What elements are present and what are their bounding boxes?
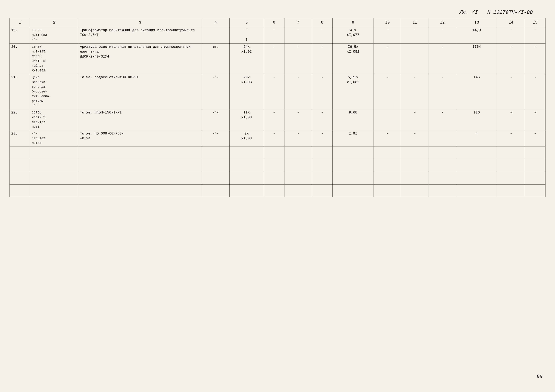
row-unit: -"-: [202, 109, 229, 130]
row-col7: -: [284, 27, 312, 43]
row-col13: 4: [456, 130, 497, 147]
row-col12: -: [429, 43, 456, 74]
col-header-4: 4: [202, 18, 229, 27]
row-col11: [401, 43, 429, 74]
table-row: 22. ССРСЦчасть 5стр.177п.51 То же, Н4БН-…: [10, 109, 546, 130]
row-col5: 64ххI,0I: [229, 43, 264, 74]
row-num: 19.: [10, 27, 30, 43]
row-col10: -: [374, 130, 401, 147]
row-col7: -: [284, 74, 312, 109]
row-num: 20.: [10, 43, 30, 74]
row-col8: -: [312, 109, 332, 130]
row-col9: I,9I: [332, 130, 374, 147]
table-row: 19. I5-05п.II-053-"- Трансформатор пониж…: [10, 27, 546, 43]
col-header-9: 9: [332, 18, 374, 27]
row-col7: -: [284, 43, 312, 74]
row-col15: -: [525, 109, 545, 130]
table-row-empty: [10, 172, 546, 185]
row-ref: I5-05п.II-053-"-: [30, 27, 78, 43]
row-col13: I46: [456, 74, 497, 109]
row-col11: -: [401, 27, 429, 43]
col-header-12: I2: [429, 18, 456, 27]
row-col11: -: [401, 130, 429, 147]
table-row-empty: [10, 185, 546, 197]
row-unit: -"-: [202, 74, 229, 109]
row-col15: -: [525, 74, 545, 109]
row-col11: -: [401, 109, 429, 130]
row-col6: -: [264, 27, 284, 43]
col-header-13: I3: [456, 18, 497, 27]
row-description: Арматура осветительная питательная для л…: [78, 43, 202, 74]
row-col8: -: [312, 130, 332, 147]
row-unit: шт.: [202, 43, 229, 74]
row-col14: -: [497, 43, 525, 74]
row-description: То же, подвес открытый ПО-2I: [78, 74, 202, 109]
row-col6: -: [264, 43, 284, 74]
table-row: 21. ЦенаВельско-го з-даОл.осве-тит. аппа…: [10, 74, 546, 109]
row-col8: -: [312, 74, 332, 109]
page-number: 88: [537, 374, 542, 379]
sheet-label: Лл. /I: [460, 9, 478, 15]
row-col9: 4IххI,077: [332, 27, 374, 43]
row-col13: 44,0: [456, 27, 497, 43]
row-col11: -: [401, 74, 429, 109]
col-header-1: I: [10, 18, 30, 27]
row-col15: -: [525, 43, 545, 74]
row-description: То же, Н4БН-I50-I-УI: [78, 109, 202, 130]
row-col6: -: [264, 74, 284, 109]
row-col12: -: [429, 27, 456, 43]
row-unit: [202, 27, 229, 43]
col-header-3: 3: [78, 18, 202, 27]
row-col5: 2ххI,03: [229, 130, 264, 147]
row-col14: -: [497, 74, 525, 109]
row-col9: I6,5ххI,082: [332, 43, 374, 74]
row-col10: -: [374, 27, 401, 43]
row-col10: -: [374, 43, 401, 74]
row-col14: -: [497, 109, 525, 130]
row-col9: 9,68: [332, 109, 374, 130]
row-col7: -: [284, 130, 312, 147]
col-header-5: 5: [229, 18, 264, 27]
col-header-8: 8: [312, 18, 332, 27]
row-col13: IIO: [456, 109, 497, 130]
row-ref: -"-стр.I82п.I37: [30, 130, 78, 147]
header-row: I 2 3 4 5 6 7 8 9 I0 II I2 I3 I4 I5: [10, 18, 546, 27]
main-table: I 2 3 4 5 6 7 8 9 I0 II I2 I3 I4 I5: [9, 18, 546, 197]
row-col15: -: [525, 130, 545, 147]
col-header-14: I4: [497, 18, 525, 27]
row-col14: -: [497, 130, 525, 147]
row-col14: -: [497, 27, 525, 43]
row-unit: -"-: [202, 130, 229, 147]
header: Лл. /I N 10279TH-/I-88: [9, 9, 546, 15]
row-num: 23.: [10, 130, 30, 147]
page: Лл. /I N 10279TH-/I-88 I 2 3 4 5 6 7 8 9…: [0, 0, 555, 392]
row-ref: ЦенаВельско-го з-даОл.осве-тит. аппа-рат…: [30, 74, 78, 109]
row-col9: 5,7IххI,082: [332, 74, 374, 109]
row-num: 22.: [10, 109, 30, 130]
col-header-6: 6: [264, 18, 284, 27]
row-ref: ССРСЦчасть 5стр.177п.51: [30, 109, 78, 130]
row-ref: I5-07п.I-145ССРСЦчасть 5табл.4K-I,082: [30, 43, 78, 74]
row-col6: -: [264, 130, 284, 147]
table-wrapper: I 2 3 4 5 6 7 8 9 I0 II I2 I3 I4 I5: [9, 18, 546, 197]
row-col5: -"-I: [229, 27, 264, 43]
row-description: Трансформатор понижающий для питания эле…: [78, 27, 202, 43]
row-col12: -: [429, 74, 456, 109]
row-col13: II54: [456, 43, 497, 74]
col-header-7: 7: [284, 18, 312, 27]
row-col10: -: [374, 74, 401, 109]
row-description: То же, НБ 009-60/Р53--0IУ4: [78, 130, 202, 147]
table-row-empty: [10, 147, 546, 159]
table-row: 20. I5-07п.I-145ССРСЦчасть 5табл.4K-I,08…: [10, 43, 546, 74]
table-row-empty: [10, 159, 546, 172]
row-col12: -: [429, 109, 456, 130]
col-header-2: 2: [30, 18, 78, 27]
row-col12: [429, 130, 456, 147]
col-header-11: II: [401, 18, 429, 27]
doc-number: N 10279TH-/I-88: [487, 9, 533, 15]
table-row: 23. -"-стр.I82п.I37 То же, НБ 009-60/Р53…: [10, 130, 546, 147]
row-col8: -: [312, 43, 332, 74]
row-col5: IIххI,03: [229, 109, 264, 130]
col-header-10: I0: [374, 18, 401, 27]
col-header-15: I5: [525, 18, 545, 27]
